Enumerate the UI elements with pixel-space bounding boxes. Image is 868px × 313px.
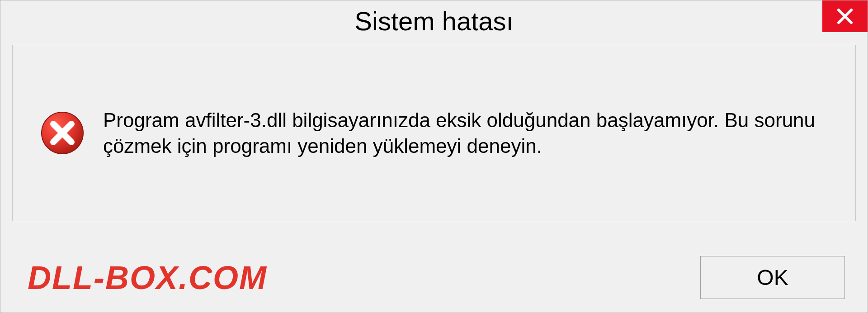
error-icon: [40, 110, 85, 156]
ok-button-label: OK: [757, 265, 788, 290]
watermark-text: DLL-BOX.COM: [28, 259, 267, 296]
close-button[interactable]: [822, 0, 868, 32]
error-message: Program avfilter-3.dll bilgisayarınızda …: [103, 107, 828, 159]
ok-button[interactable]: OK: [700, 256, 845, 299]
footer-bar: DLL-BOX.COM OK: [0, 242, 868, 313]
content-panel: Program avfilter-3.dll bilgisayarınızda …: [12, 45, 856, 221]
dialog-title: Sistem hatası: [0, 0, 822, 36]
error-dialog: Sistem hatası: [0, 0, 868, 313]
titlebar: Sistem hatası: [0, 0, 868, 41]
close-icon: [836, 7, 854, 25]
